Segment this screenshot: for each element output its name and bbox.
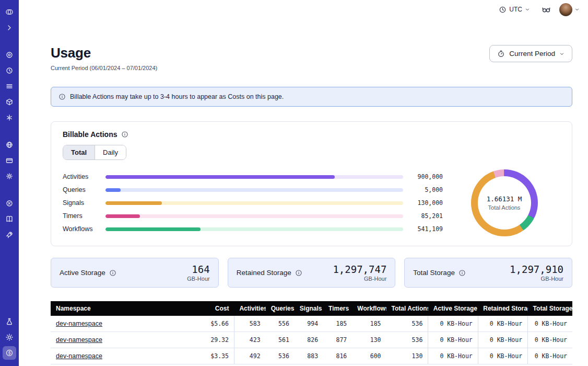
info-icon[interactable]	[295, 269, 302, 277]
table-cell: 29.32	[197, 332, 234, 348]
stat-unit: GB-Hour	[187, 276, 209, 282]
tab-daily[interactable]: Daily	[95, 145, 126, 159]
user-menu[interactable]	[559, 3, 580, 16]
stack-icon[interactable]	[3, 79, 16, 93]
stat-value: 1,297,910	[510, 264, 563, 275]
page-subtitle: Current Period (06/01/2024 – 07/01/2024)	[51, 65, 157, 71]
billing-card-icon[interactable]	[3, 154, 16, 167]
info-icon[interactable]	[121, 131, 128, 138]
info-icon[interactable]	[458, 269, 466, 277]
table-cell: dev-namespace	[51, 348, 197, 364]
bar-track	[105, 201, 403, 205]
view-tabs: Total Daily	[63, 145, 126, 160]
stat-card-total-storage: Total Storage 1,297,910 GB-Hour	[404, 258, 572, 288]
column-header-namespace: Namespace	[51, 301, 197, 316]
table-cell: 561	[266, 332, 295, 348]
table-cell: 816	[323, 348, 352, 364]
namespaces-icon[interactable]	[3, 48, 16, 62]
bar-fill	[105, 175, 335, 179]
history-clock-icon[interactable]	[3, 64, 16, 77]
column-header-total-actions: Total Actions	[386, 301, 428, 316]
glasses-icon[interactable]	[542, 5, 551, 14]
bar-label: Signals	[63, 199, 101, 207]
table-cell: $3.35	[197, 348, 234, 364]
table-cell: dev-namespace	[51, 316, 197, 332]
bar-track	[105, 227, 403, 231]
table-cell: 0 KB-Hour	[528, 316, 572, 332]
period-selector-button[interactable]: Current Period	[489, 45, 572, 62]
lab-flask-icon[interactable]	[3, 315, 16, 328]
topbar: UTC	[19, 0, 588, 19]
table-cell: 883	[295, 348, 323, 364]
storage-stats-row: Active Storage 164 GB-Hour Retained Stor…	[51, 258, 572, 288]
table-cell: 0 KB-Hour	[428, 332, 478, 348]
table-cell: 423	[234, 332, 265, 348]
bar-row-signals: Signals130,000	[63, 197, 443, 210]
user-avatar	[559, 3, 572, 16]
column-header-total-storage: Total Storage	[528, 301, 572, 316]
docs-book-icon[interactable]	[3, 212, 16, 226]
table-cell: 536	[266, 348, 295, 364]
namespace-link[interactable]: dev-namespace	[56, 352, 102, 360]
table-cell: 130	[386, 348, 428, 364]
bar-track	[105, 214, 403, 218]
billable-actions-title: Billable Actions	[63, 130, 117, 139]
sun-icon[interactable]	[3, 330, 16, 344]
support-circle-x-icon[interactable]	[3, 197, 16, 210]
timezone-selector[interactable]: UTC	[496, 5, 533, 14]
bar-chart: Activities900,000Queries5,000Signals130,…	[63, 170, 443, 236]
namespace-link[interactable]: dev-namespace	[56, 320, 102, 327]
usage-table: NamespaceCostActivitiesQueriesSignalsTim…	[51, 301, 572, 364]
bar-value: 900,000	[410, 173, 443, 180]
page-title: Usage	[51, 45, 157, 61]
bar-value: 130,000	[410, 199, 443, 207]
donut-chart: 1.66131 M Total Actions	[471, 169, 538, 236]
chevron-down-icon	[525, 7, 530, 12]
column-header-workflows: Workflows	[352, 301, 386, 316]
column-header-cost: Cost	[197, 301, 234, 316]
stat-card-active-storage: Active Storage 164 GB-Hour	[51, 258, 219, 288]
table-cell: 185	[352, 316, 386, 332]
bar-fill	[105, 227, 201, 231]
info-icon	[58, 93, 66, 100]
table-row: dev-namespace$3.354925368838166001300 KB…	[51, 348, 572, 364]
donut-total-label: Total Actions	[488, 204, 521, 211]
table-cell: 0 KB-Hour	[528, 332, 572, 348]
timezone-label: UTC	[509, 6, 522, 13]
bar-label: Workflows	[63, 225, 101, 233]
column-header-active-storage: Active Storage	[428, 301, 478, 316]
globe-icon[interactable]	[3, 138, 16, 152]
table-cell: 0 KB-Hour	[428, 348, 478, 364]
table-cell: 600	[352, 348, 386, 364]
cube-icon[interactable]	[3, 95, 16, 109]
chevron-down-icon	[574, 7, 580, 12]
table-cell: 826	[295, 332, 323, 348]
rocket-icon[interactable]	[3, 228, 16, 242]
usage-dollar-icon[interactable]: $	[3, 346, 16, 360]
stat-label: Total Storage	[413, 269, 455, 277]
info-banner-text: Billable Actions may take up to 3-4 hour…	[70, 93, 284, 100]
info-icon[interactable]	[109, 269, 116, 277]
stat-value: 164	[187, 264, 209, 275]
billable-actions-card: Billable Actions Total Daily Activities9…	[51, 121, 572, 246]
bar-value: 85,201	[410, 212, 443, 220]
collapse-chevron-icon[interactable]	[3, 21, 16, 35]
sidebar: $	[0, 0, 19, 366]
table-cell: 556	[266, 316, 295, 332]
stat-card-retained-storage: Retained Storage 1,297,747 GB-Hour	[228, 258, 396, 288]
tab-total[interactable]: Total	[63, 145, 95, 159]
stat-label: Retained Storage	[237, 269, 291, 277]
column-header-timers: Timers	[323, 301, 352, 316]
namespace-link[interactable]: dev-namespace	[56, 336, 102, 344]
table-cell: 583	[234, 316, 265, 332]
table-cell: 0 KB-Hour	[478, 348, 527, 364]
column-header-queries: Queries	[266, 301, 295, 316]
temporal-logo-icon[interactable]	[3, 5, 16, 19]
stat-unit: GB-Hour	[333, 276, 386, 282]
donut-total-value: 1.66131 M	[487, 195, 522, 203]
bar-label: Timers	[63, 212, 101, 220]
settings-gear-icon[interactable]	[3, 169, 16, 183]
nexus-asterisk-icon[interactable]	[3, 111, 16, 124]
table-cell: 0 KB-Hour	[478, 316, 527, 332]
bar-label: Activities	[63, 173, 101, 180]
